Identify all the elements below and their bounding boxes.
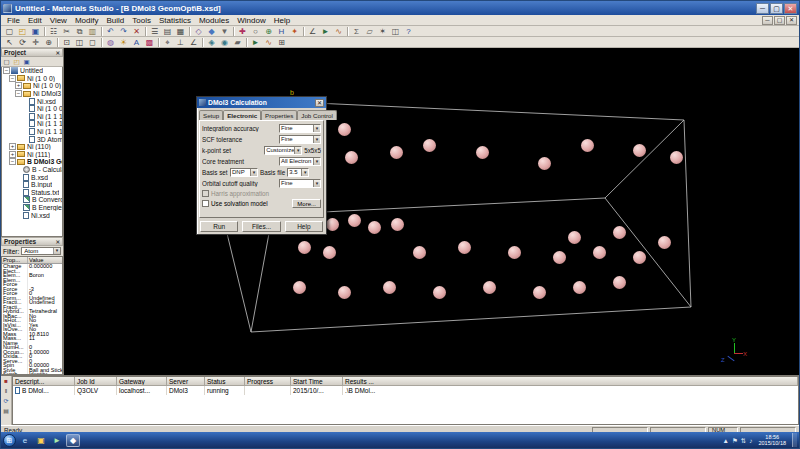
table-icon[interactable]: ⊞: [275, 37, 288, 48]
tree-expander-icon[interactable]: −: [3, 67, 10, 74]
dialog-close-icon[interactable]: ✕: [315, 99, 324, 107]
action-center-icon[interactable]: ⚑: [732, 434, 738, 447]
menu-modules[interactable]: Modules: [195, 16, 233, 25]
tree-item-untitled[interactable]: −Untitled: [2, 67, 62, 75]
dialog-title-bar[interactable]: DMol3 Calculation ✕: [197, 97, 326, 108]
boron-atom[interactable]: [293, 281, 306, 294]
filter-dropdown-arrow-icon[interactable]: ▼: [53, 248, 60, 254]
boron-atom[interactable]: [633, 144, 646, 157]
menu-file[interactable]: File: [3, 16, 24, 25]
tree-item-b-calculati[interactable]: B - Calculati...: [2, 166, 62, 174]
undo-icon[interactable]: ↶: [104, 26, 117, 37]
dropdown-arrow-icon[interactable]: ▼: [313, 136, 320, 143]
boron-atom[interactable]: [613, 276, 626, 289]
maximize-button[interactable]: ▢: [770, 3, 783, 14]
translate-mode-icon[interactable]: ✛: [29, 37, 42, 48]
tree-expander-icon[interactable]: −: [15, 90, 22, 97]
view-onto-icon[interactable]: ◫: [73, 37, 86, 48]
boron-atom[interactable]: [423, 139, 436, 152]
slice-icon[interactable]: ▰: [231, 37, 244, 48]
value-column-header[interactable]: Value: [28, 257, 62, 263]
boron-atom[interactable]: [533, 286, 546, 299]
new-3d-atomistic-icon[interactable]: ◇: [192, 26, 205, 37]
project-panel-close-icon[interactable]: ✕: [55, 50, 60, 56]
scf-tolerance-select[interactable]: Fine▼: [279, 135, 321, 144]
files-button[interactable]: Files...: [242, 221, 280, 232]
use-solvation-model-checkbox[interactable]: [202, 200, 209, 207]
tab-properties[interactable]: Properties: [261, 110, 297, 120]
recenter-icon[interactable]: ⌖: [161, 37, 174, 48]
tree-item-ni-1-1-1[interactable]: Ni (1 1 1) (...: [2, 120, 62, 128]
chart-viewer-icon[interactable]: ∿: [262, 37, 275, 48]
adjust-hydrogen-icon[interactable]: H: [275, 26, 288, 37]
chart-icon[interactable]: ∿: [332, 26, 345, 37]
boron-atom[interactable]: [581, 139, 594, 152]
boron-atom[interactable]: [553, 251, 566, 264]
job-column-header-job-id[interactable]: Job Id: [75, 377, 117, 386]
boron-atom[interactable]: [298, 241, 311, 254]
show-desktop-button[interactable]: [792, 433, 797, 447]
label-icon[interactable]: A: [130, 37, 143, 48]
mdi-minimize-button[interactable]: ─: [762, 16, 773, 25]
job-pause-icon[interactable]: ‖: [2, 387, 11, 396]
job-column-header-results[interactable]: Results ...: [343, 377, 798, 386]
sketch-ring-icon[interactable]: ○: [249, 26, 262, 37]
more-button[interactable]: More...: [292, 199, 321, 208]
save-icon[interactable]: ▣: [29, 26, 42, 37]
run-button[interactable]: Run: [200, 221, 238, 232]
materials-studio-task-icon[interactable]: ◆: [66, 434, 80, 447]
tree-item-3d-atomistic[interactable]: 3D Atomistic...: [2, 135, 62, 143]
boron-atom[interactable]: [390, 146, 403, 159]
tree-item-ni-111[interactable]: +Ni (111): [2, 151, 62, 159]
boron-atom[interactable]: [383, 281, 396, 294]
job-row[interactable]: B DMol...Q3OLVlocalhost...DMol3running20…: [13, 386, 798, 395]
boron-atom[interactable]: [573, 281, 586, 294]
tree-item-ni-1-1-1[interactable]: Ni (1 1 1)...: [2, 128, 62, 136]
symmetry-icon[interactable]: ✶: [376, 26, 389, 37]
basis-set-select[interactable]: DNP▼: [230, 168, 258, 177]
cut-icon[interactable]: ✂: [60, 26, 73, 37]
tree-item-ni-xsd[interactable]: Ni.xsd: [2, 211, 62, 219]
tab-setup[interactable]: Setup: [199, 110, 223, 120]
boron-atom[interactable]: [413, 246, 426, 259]
new-crystal-icon[interactable]: ◆: [205, 26, 218, 37]
rotate-mode-icon[interactable]: ⟳: [16, 37, 29, 48]
menu-window[interactable]: Window: [233, 16, 269, 25]
job-column-header-gateway[interactable]: Gateway: [117, 377, 167, 386]
print-icon[interactable]: ☷: [47, 26, 60, 37]
dropdown-arrow-icon[interactable]: ▼: [313, 125, 320, 132]
mdi-close-button[interactable]: ✕: [786, 16, 797, 25]
tree-expander-icon[interactable]: +: [15, 82, 22, 89]
isosurface-icon[interactable]: ◉: [218, 37, 231, 48]
tree-item-b-convergen[interactable]: B Convergen...: [2, 196, 62, 204]
boron-atom[interactable]: [345, 151, 358, 164]
tree-item-ni-dmol3-g[interactable]: −Ni DMol3 G...: [2, 90, 62, 98]
dropdown-arrow-icon[interactable]: ▼: [313, 158, 320, 165]
tree-expander-icon[interactable]: +: [9, 151, 16, 158]
job-refresh-icon[interactable]: ⟳: [2, 397, 11, 406]
tree-item-b-xsd[interactable]: B.xsd: [2, 173, 62, 181]
tree-expander-icon[interactable]: −: [9, 158, 16, 165]
boron-atom[interactable]: [658, 236, 671, 249]
basis-file-select[interactable]: 3.5▼: [287, 168, 309, 177]
boron-atom[interactable]: [568, 231, 581, 244]
lighting-icon[interactable]: ☀: [117, 37, 130, 48]
help-icon[interactable]: ?: [402, 26, 415, 37]
constraints-icon[interactable]: ⊥: [174, 37, 187, 48]
core-treatment-select[interactable]: All Electron▼: [279, 157, 321, 166]
builder-icon[interactable]: ▱: [363, 26, 376, 37]
tree-item-ni-1-1-1-x[interactable]: Ni (1 1 1).x...: [2, 113, 62, 121]
movie-icon[interactable]: ►: [319, 26, 332, 37]
paste-icon[interactable]: ▥: [86, 26, 99, 37]
new-document-icon[interactable]: ▢: [3, 26, 16, 37]
boron-atom[interactable]: [323, 246, 336, 259]
tree-item-ni-xsd[interactable]: Ni.xsd: [2, 97, 62, 105]
properties-explorer-icon[interactable]: ▤: [161, 26, 174, 37]
close-button[interactable]: ✕: [784, 3, 797, 14]
boron-atom[interactable]: [348, 214, 361, 227]
boron-atom[interactable]: [368, 221, 381, 234]
boron-atom[interactable]: [670, 151, 683, 164]
boron-atom[interactable]: [476, 146, 489, 159]
menu-edit[interactable]: Edit: [24, 16, 46, 25]
view-icon[interactable]: ◫: [389, 26, 402, 37]
